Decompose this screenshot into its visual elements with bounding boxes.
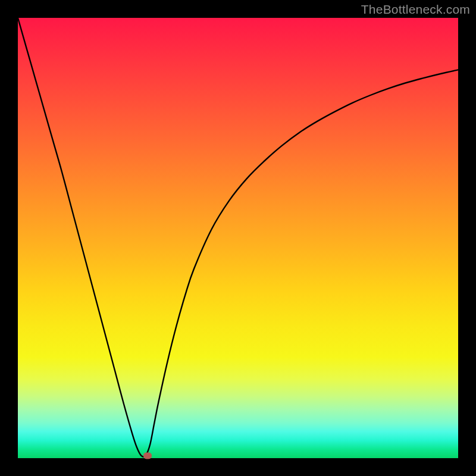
watermark-label: TheBottleneck.com — [361, 2, 470, 17]
minimum-marker — [143, 452, 152, 459]
plot-area — [18, 18, 458, 458]
chart-stage: TheBottleneck.com — [0, 0, 476, 476]
bottleneck-curve — [18, 18, 458, 458]
